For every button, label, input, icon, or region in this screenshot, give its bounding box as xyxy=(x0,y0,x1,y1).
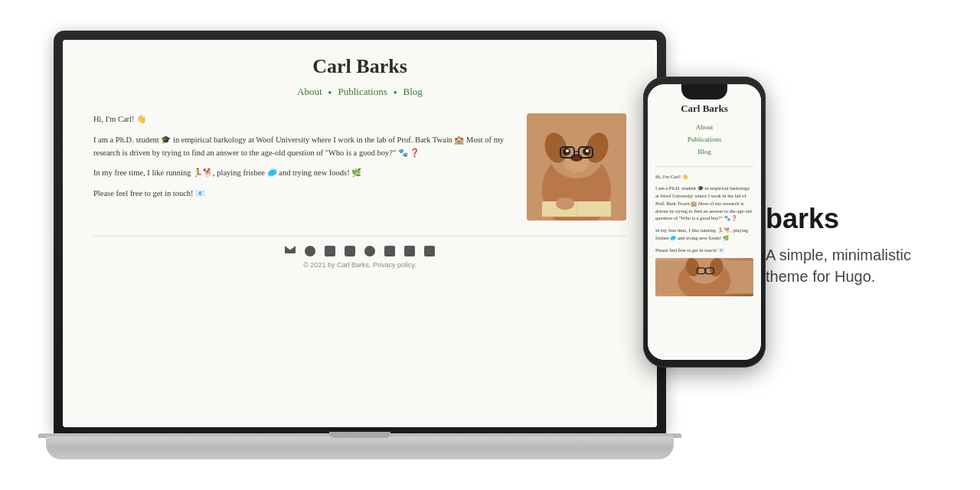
phone-site-content: Carl Barks About Publications Blog Hi, I… xyxy=(648,84,761,360)
laptop-base-body xyxy=(46,436,674,459)
phone-divider xyxy=(655,166,753,167)
laptop-site-title: Carl Barks xyxy=(93,55,626,78)
description-panel: barks A simple, minimalistic theme for H… xyxy=(766,203,934,287)
laptop-site-content: Carl Barks About ● Publications ● Blog H… xyxy=(63,40,657,427)
footer-linkedin-icon xyxy=(404,246,415,256)
phone-screen: Carl Barks About Publications Blog Hi, I… xyxy=(648,84,761,360)
phone-p3: Please feel free to get in touch! 📧 xyxy=(655,247,753,254)
nav-dot-2: ● xyxy=(394,89,397,96)
description-title: barks xyxy=(766,203,934,235)
laptop-site-footer: © 2021 by Carl Barks. Privacy policy. xyxy=(93,236,626,269)
phone-site-text: Hi, I'm Carl! 👋 I am a Ph.D. student 🎓 i… xyxy=(655,173,753,254)
svg-point-10 xyxy=(586,149,589,152)
phone-notch xyxy=(681,84,727,100)
phone-nav-publications[interactable]: Publications xyxy=(655,133,753,145)
laptop-screen: Carl Barks About ● Publications ● Blog H… xyxy=(63,40,657,427)
phone-site-nav: About Publications Blog xyxy=(655,121,753,158)
nav-dot-1: ● xyxy=(328,89,332,96)
phone: Carl Barks About Publications Blog Hi, I… xyxy=(643,77,766,368)
phone-greeting: Hi, I'm Carl! 👋 xyxy=(655,173,753,181)
laptop-greeting: Hi, I'm Carl! 👋 xyxy=(93,113,511,126)
laptop-intro-p3: Please feel free to get in touch! 📧 xyxy=(93,188,511,201)
footer-twitter-icon xyxy=(424,246,435,256)
footer-github-icon xyxy=(305,246,315,256)
laptop-site-nav: About ● Publications ● Blog xyxy=(93,86,626,98)
phone-p2: In my free time, I like running 🏃 🐕, pla… xyxy=(655,227,753,242)
footer-rss-icon xyxy=(384,246,395,256)
footer-orcid-icon xyxy=(364,246,375,256)
footer-icons xyxy=(93,246,626,256)
scene: Carl Barks About ● Publications ● Blog H… xyxy=(0,0,980,490)
laptop-notch xyxy=(329,432,390,438)
laptop-intro-p1: I am a Ph.D. student 🎓 in empirical bark… xyxy=(93,134,511,160)
laptop: Carl Barks About ● Publications ● Blog H… xyxy=(46,31,674,459)
svg-point-16 xyxy=(556,198,574,210)
laptop-site-main: Hi, I'm Carl! 👋 I am a Ph.D. student 🎓 i… xyxy=(93,113,626,220)
description-subtitle: A simple, minimalistic theme for Hugo. xyxy=(766,244,934,287)
footer-instagram-icon xyxy=(345,246,355,256)
svg-point-9 xyxy=(566,149,569,152)
phone-site-title: Carl Barks xyxy=(655,103,753,115)
phone-body: Carl Barks About Publications Blog Hi, I… xyxy=(643,77,766,368)
laptop-nav-about[interactable]: About xyxy=(297,86,322,98)
footer-scholar-icon xyxy=(325,246,335,256)
laptop-intro-p2: In my free time, I like running 🏃🐕, play… xyxy=(93,167,511,180)
phone-nav-about[interactable]: About xyxy=(655,121,753,133)
laptop-nav-blog[interactable]: Blog xyxy=(403,86,423,98)
laptop-nav-publications[interactable]: Publications xyxy=(338,86,387,98)
laptop-screen-outer: Carl Barks About ● Publications ● Blog H… xyxy=(54,31,666,433)
phone-p1: I am a Ph.D. student 🎓 in empirical bark… xyxy=(655,185,753,222)
footer-email-icon xyxy=(285,246,296,253)
laptop-footer-copyright: © 2021 by Carl Barks. Privacy policy. xyxy=(93,261,626,269)
phone-dog-image xyxy=(655,258,753,296)
laptop-dog-image xyxy=(527,113,626,220)
phone-nav-blog[interactable]: Blog xyxy=(655,145,753,158)
laptop-site-text: Hi, I'm Carl! 👋 I am a Ph.D. student 🎓 i… xyxy=(93,113,511,220)
